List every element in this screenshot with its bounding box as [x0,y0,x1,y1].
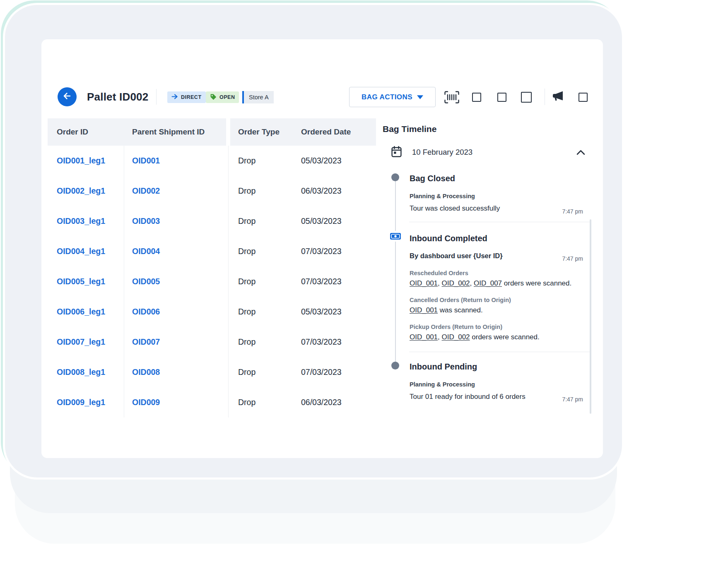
barcode-scan-icon[interactable] [444,91,459,103]
header-divider [156,89,157,105]
ordered-date-cell: 07/03/2023 [301,357,342,387]
app-card: Pallet ID002 DIRECT OPEN Store A BAG ACT… [41,39,603,458]
arrow-left-icon [62,91,72,103]
cancelled-orders-label: Cancelled Orders (Return to Origin) [410,297,511,303]
parent-shipment-link[interactable]: OID001 [132,146,160,176]
order-type-cell: Drop [238,327,256,357]
timeline-title: Bag Timeline [383,124,436,134]
timeline-scrollbar[interactable] [590,219,591,414]
bag-closed-bullet-icon [391,173,399,181]
open-badge: OPEN [206,91,239,103]
event-message: Tour was closed successfully [410,204,500,213]
store-chip: Store A [242,91,274,103]
line-suffix: was scanned. [438,306,483,314]
order-id-link[interactable]: OID006_leg1 [57,297,105,327]
timeline-separator [409,222,591,222]
parent-shipment-link[interactable]: OID007 [132,327,160,357]
parent-shipment-link[interactable]: OID005 [132,266,160,297]
order-id-link[interactable]: OID004_leg1 [57,236,105,266]
line-suffix: orders were scanned. [502,279,571,287]
direct-badge: DIRECT [167,91,206,103]
separator: , [470,279,474,287]
page-title: Pallet ID002 [87,91,148,103]
direct-badge-label: DIRECT [181,94,202,100]
order-id-link[interactable]: OID001_leg1 [57,146,105,176]
order-id-link[interactable]: OID009_leg1 [57,387,105,417]
order-type-cell: Drop [238,146,256,176]
ordered-date-cell: 05/03/2023 [301,146,342,176]
megaphone-icon[interactable] [552,91,564,102]
order-type-cell: Drop [238,266,256,297]
order-link[interactable]: OID_007 [474,279,502,287]
event-time: 7:47 pm [562,255,583,262]
col-order-type: Order Type [238,118,280,146]
back-button[interactable] [58,87,77,106]
parent-shipment-link[interactable]: OID004 [132,236,160,266]
caret-down-icon [417,93,423,101]
table-header-band-right: Order Type Ordered Date [230,118,376,146]
event-label: Planning & Processing [410,381,475,388]
event-title: Bag Closed [410,174,455,183]
order-type-cell: Drop [238,357,256,387]
ordered-date-cell: 05/03/2023 [301,297,342,327]
timeline-line [395,177,396,365]
parent-shipment-link[interactable]: OID008 [132,357,160,387]
event-label: Planning & Processing [410,193,475,199]
bag-actions-button[interactable]: BAG ACTIONS [349,87,436,107]
order-type-cell: Drop [238,236,256,266]
toolbar-divider [545,89,545,105]
order-id-link[interactable]: OID008_leg1 [57,357,105,387]
order-id-link[interactable]: OID005_leg1 [57,266,105,297]
order-type-cell: Drop [238,206,256,236]
order-link[interactable]: OID_001 [410,306,438,314]
chevron-up-icon[interactable] [576,149,585,157]
parent-shipment-link[interactable]: OID006 [132,297,160,327]
ordered-date-cell: 07/03/2023 [301,327,342,357]
cancelled-orders-line: OID_001 was scanned. [410,306,483,314]
rescheduled-orders-label: Rescheduled Orders [410,270,468,276]
pickup-orders-line: OID_001, OID_002 orders were scanned. [410,333,540,341]
timeline-separator [409,352,591,352]
ordered-date-cell: 07/03/2023 [301,266,342,297]
toolbar-placeholder-icon-2[interactable] [497,93,506,102]
bag-actions-label: BAG ACTIONS [362,93,412,101]
line-suffix: orders were scanned. [470,333,540,341]
order-link[interactable]: OID_001 [410,333,438,341]
event-title: Inbound Completed [410,234,487,243]
toolbar-placeholder-icon-3[interactable] [521,92,532,103]
separator: , [438,279,441,287]
order-id-link[interactable]: OID007_leg1 [57,327,105,357]
store-chip-label: Store A [249,94,269,101]
table-header-band-left: Order ID Parent Shipment ID [48,118,226,146]
event-time: 7:47 pm [562,396,583,403]
rescheduled-orders-line: OID_001, OID_002, OID_007 orders were sc… [410,279,571,288]
inbound-completed-icon [389,231,402,242]
inbound-pending-bullet-icon [391,362,399,369]
order-link[interactable]: OID_002 [442,279,470,287]
table-row: OID001_leg1 OID001 Drop 05/03/2023 [41,146,377,176]
parent-shipment-link[interactable]: OID003 [132,206,160,236]
table-row: OID005_leg1 OID005 Drop 07/03/2023 [41,266,377,297]
parent-shipment-link[interactable]: OID009 [132,387,160,417]
ordered-date-cell: 05/03/2023 [301,206,342,236]
order-link[interactable]: OID_001 [410,279,438,287]
order-id-link[interactable]: OID002_leg1 [57,176,105,206]
table-row: OID003_leg1 OID003 Drop 05/03/2023 [41,206,377,236]
order-id-link[interactable]: OID003_leg1 [57,206,105,236]
separator: , [438,333,441,341]
toolbar-placeholder-icon-1[interactable] [472,93,481,102]
table-row: OID002_leg1 OID002 Drop 06/03/2023 [41,176,377,206]
parent-shipment-link[interactable]: OID002 [132,176,160,206]
order-type-cell: Drop [238,297,256,327]
event-message: Tour 01 ready for inbound of 6 orders [410,393,526,401]
toolbar-placeholder-icon-4[interactable] [579,93,588,102]
pickup-orders-label: Pickup Orders (Return to Origin) [410,324,502,330]
table-row: OID004_leg1 OID004 Drop 07/03/2023 [41,236,377,266]
col-order-id: Order ID [57,118,88,146]
col-parent-shipment-id: Parent Shipment ID [132,118,205,146]
order-link[interactable]: OID_002 [442,333,470,341]
calendar-icon [391,146,402,159]
col-ordered-date: Ordered Date [301,118,351,146]
screen: Pallet ID002 DIRECT OPEN Store A BAG ACT… [0,0,728,571]
timeline-date: 10 February 2023 [412,148,472,157]
